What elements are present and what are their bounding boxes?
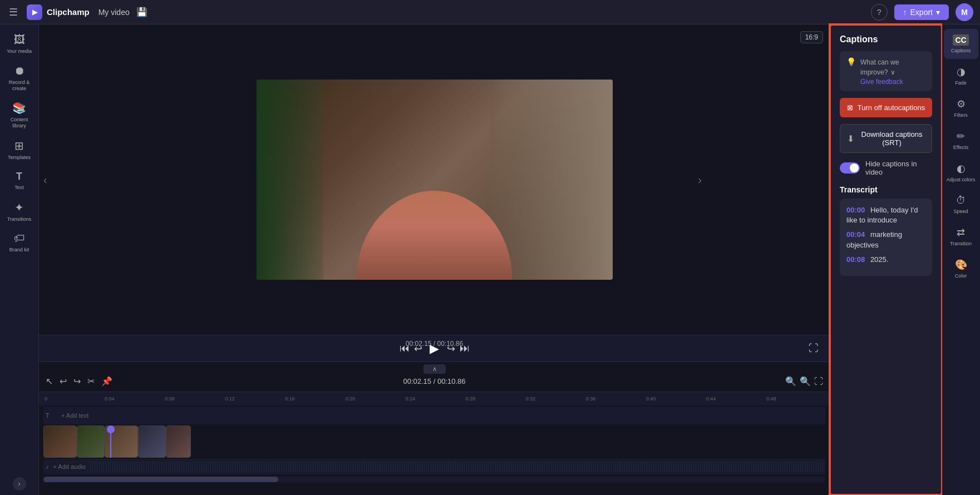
sidebar-item-brand-kit[interactable]: 🏷 Brand kit xyxy=(2,227,37,258)
sidebar-item-templates[interactable]: ⊞ Templates xyxy=(2,135,37,165)
next-clip-button[interactable]: › xyxy=(698,174,702,186)
ruler-mark-44: 0:44 xyxy=(705,396,765,402)
timeline-select-tool[interactable]: ↖ xyxy=(46,376,53,387)
export-chevron-icon: ▾ xyxy=(936,8,940,17)
transcript-text-3: 2025. xyxy=(870,255,889,264)
transcript-section: Transcript 00:00 Hello, today I'd like t… xyxy=(840,185,932,276)
timeline-zoom-out-button[interactable]: 🔍 xyxy=(785,376,796,387)
turn-off-autocaptions-button[interactable]: ⊠ Turn off autocaptions xyxy=(840,98,932,117)
rt-item-color[interactable]: 🎨 Color xyxy=(944,253,978,284)
rt-item-captions[interactable]: CC Captions xyxy=(944,29,978,59)
hide-captions-toggle[interactable] xyxy=(840,162,860,174)
rt-label-speed: Speed xyxy=(953,209,968,214)
video-title[interactable]: My video xyxy=(99,8,130,17)
time-display: 00:02.15 / 00:10.86 xyxy=(405,339,464,349)
video-preview: 16:9 ‹ › xyxy=(39,24,830,335)
sidebar-item-record-create[interactable]: ⏺ Record & create xyxy=(2,60,37,96)
canvas-area: 16:9 ‹ › ⏮ ↩ ▶ ↪ ⏭ 00:02.15 / 00:10. xyxy=(39,24,830,495)
feedback-lightbulb-icon: 💡 xyxy=(846,57,856,66)
transition-icon: ⇄ xyxy=(957,226,965,239)
timeline-pin-button[interactable]: 📌 xyxy=(101,376,112,387)
timeline-expand-button[interactable]: ⛶ xyxy=(814,376,823,387)
prev-clip-button[interactable]: ‹ xyxy=(43,174,47,186)
rt-item-effects[interactable]: ✏ Effects xyxy=(944,125,978,156)
timeline-area: ∧ ↖ ↩ ↪ ✂ 📌 00:02.15 / 00:10.86 🔍 🔍 ⛶ xyxy=(39,362,830,495)
transcript-title: Transcript xyxy=(840,185,932,194)
sidebar-item-transitions[interactable]: ✦ Transitions xyxy=(2,196,37,227)
transcript-time-2: 00:04 xyxy=(846,230,865,239)
ruler-marks-container: 0 0:04 0:08 0:12 0:16 0:20 0:24 0:28 0:3… xyxy=(43,396,825,402)
rt-item-speed[interactable]: ⏱ Speed xyxy=(944,189,978,220)
feedback-expand-icon[interactable]: ∨ xyxy=(890,68,895,76)
rt-item-filters[interactable]: ⚙ Filters xyxy=(944,92,978,123)
transcript-line-1[interactable]: 00:00 Hello, today I'd like to introduce xyxy=(846,205,925,225)
timeline-cut-button[interactable]: ✂ xyxy=(87,376,95,387)
ruler-mark-4: 0:04 xyxy=(104,396,164,402)
captions-panel: Captions 💡 What can we improve? ∨ Give f… xyxy=(830,24,941,495)
rt-label-transition: Transition xyxy=(950,241,972,246)
text-track: T + Add text xyxy=(43,407,825,424)
export-icon: ↑ xyxy=(903,8,907,17)
timeline-collapse-button[interactable]: ∧ xyxy=(423,364,446,374)
timeline-undo-button[interactable]: ↩ xyxy=(60,376,67,387)
ruler-mark-0: 0 xyxy=(43,396,104,402)
playback-controls: ⏮ ↩ ▶ ↪ ⏭ 00:02.15 / 00:10.86 ⛶ xyxy=(39,335,830,362)
rt-item-adjust-colors[interactable]: ◐ Adjust colors xyxy=(944,157,978,188)
filters-icon: ⚙ xyxy=(957,98,966,110)
ruler-mark-36: 0:36 xyxy=(585,396,645,402)
rt-label-color: Color xyxy=(955,273,967,279)
avatar[interactable]: M xyxy=(956,3,973,21)
captions-rt-icon: CC xyxy=(953,34,968,46)
sidebar-item-your-media[interactable]: 🖼 Your media xyxy=(2,29,37,59)
export-button[interactable]: ↑ Export ▾ xyxy=(894,4,949,20)
add-text-button[interactable]: + Add text xyxy=(61,412,88,419)
audio-waveform xyxy=(90,462,823,472)
transitions-icon: ✦ xyxy=(14,201,24,214)
add-audio-button[interactable]: + Add audio xyxy=(53,463,86,470)
hide-captions-row: Hide captions in video xyxy=(840,160,932,176)
ruler-mark-32: 0:32 xyxy=(525,396,585,402)
help-button[interactable]: ? xyxy=(871,4,888,21)
sidebar-item-text[interactable]: T Text xyxy=(2,166,37,195)
brand-kit-icon: 🏷 xyxy=(14,232,25,245)
captions-panel-title: Captions xyxy=(840,34,932,44)
aspect-ratio-badge[interactable]: 16:9 xyxy=(800,31,823,43)
rt-item-transition[interactable]: ⇄ Transition xyxy=(944,221,978,252)
sidebar-label-brand-kit: Brand kit xyxy=(9,247,29,253)
sidebar: 🖼 Your media ⏺ Record & create 📚 Content… xyxy=(0,24,39,495)
video-clip-4[interactable] xyxy=(138,425,166,458)
topbar-actions: ? ↑ Export ▾ M xyxy=(871,3,973,21)
sidebar-label-templates: Templates xyxy=(8,155,31,161)
sidebar-label-your-media: Your media xyxy=(7,48,32,55)
sidebar-item-content-library[interactable]: 📚 Content library xyxy=(2,97,37,133)
give-feedback-link[interactable]: Give feedback xyxy=(860,78,925,86)
timeline-scrollbar[interactable] xyxy=(43,477,825,482)
adjust-colors-icon: ◐ xyxy=(957,162,966,175)
video-clips-container xyxy=(43,425,825,458)
timeline-redo-button[interactable]: ↪ xyxy=(73,376,81,387)
video-background xyxy=(257,80,613,280)
rt-label-effects: Effects xyxy=(953,145,968,150)
video-clip-5[interactable] xyxy=(166,425,191,458)
save-icon[interactable]: 💾 xyxy=(136,7,147,17)
sidebar-label-content-library: Content library xyxy=(4,117,35,129)
rt-item-fade[interactable]: ◑ Fade xyxy=(944,60,978,91)
ruler-mark-12: 0:12 xyxy=(224,396,284,402)
timeline-zoom-in-button[interactable]: 🔍 xyxy=(800,376,811,387)
video-clip-3[interactable] xyxy=(105,425,138,458)
transcript-line-2[interactable]: 00:04 marketing objectives xyxy=(846,230,925,250)
turn-off-icon: ⊠ xyxy=(847,103,853,112)
audio-track: ♪ + Add audio xyxy=(43,459,825,474)
menu-button[interactable]: ☰ xyxy=(7,4,20,21)
sidebar-collapse-button[interactable]: › xyxy=(13,477,26,491)
video-clip-2[interactable] xyxy=(77,425,105,458)
timeline-scrollbar-thumb[interactable] xyxy=(43,477,278,482)
transcript-time-3: 00:08 xyxy=(846,255,865,264)
ruler-mark-24: 0:24 xyxy=(404,396,464,402)
sidebar-label-transitions: Transitions xyxy=(7,216,32,222)
transcript-line-3[interactable]: 00:08 2025. xyxy=(846,255,925,265)
fullscreen-button[interactable]: ⛶ xyxy=(806,340,821,357)
download-captions-button[interactable]: ⬇ Download captions (SRT) xyxy=(840,124,932,153)
video-clip-1[interactable] xyxy=(43,425,77,458)
speed-icon: ⏱ xyxy=(956,195,966,206)
